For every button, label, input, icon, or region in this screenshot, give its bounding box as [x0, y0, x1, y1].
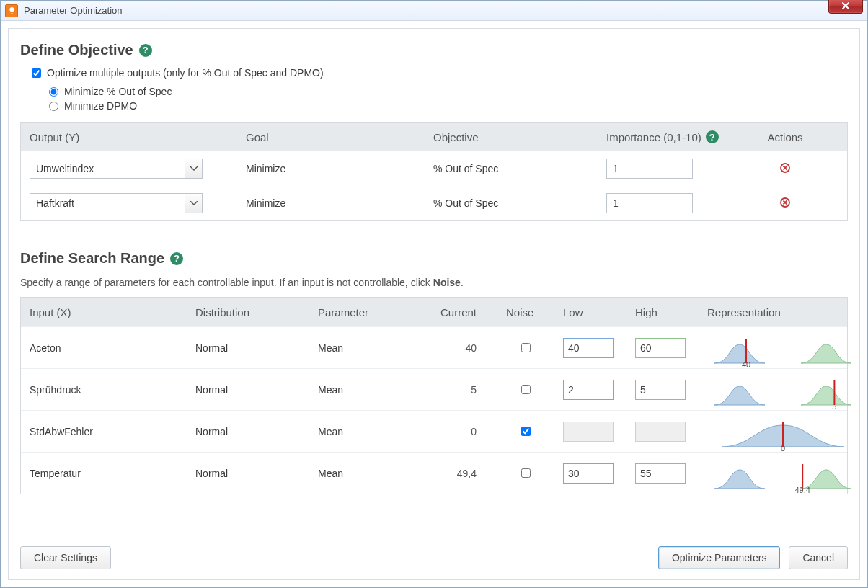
- define-objective-heading: Define Objective ?: [20, 42, 848, 58]
- cancel-button[interactable]: Cancel: [789, 546, 848, 569]
- delete-icon: [780, 163, 790, 173]
- search-range-row: StdAbwFehler Normal Mean 0 0: [21, 410, 847, 452]
- lightbulb-icon: [8, 6, 16, 14]
- search-range-header: Input (X) Distribution Parameter Current…: [21, 298, 847, 326]
- optimize-multiple-label[interactable]: Optimize multiple outputs (only for % Ou…: [47, 67, 324, 79]
- define-objective-heading-text: Define Objective: [20, 42, 133, 58]
- delete-icon: [780, 197, 790, 208]
- distribution-graphic: 40: [707, 334, 859, 368]
- window-close-button[interactable]: [828, 0, 863, 14]
- svg-text:0: 0: [781, 444, 785, 451]
- col-goal: Goal: [237, 127, 425, 148]
- minimize-dpmo-label[interactable]: Minimize DPMO: [64, 100, 137, 112]
- window-title: Parameter Optimization: [24, 5, 123, 16]
- low-input[interactable]: [563, 338, 614, 358]
- high-input[interactable]: [635, 463, 686, 484]
- clear-settings-button[interactable]: Clear Settings: [20, 546, 111, 569]
- current-cell: 5: [410, 380, 497, 400]
- low-input[interactable]: [563, 380, 614, 400]
- svg-text:40: 40: [742, 360, 750, 368]
- distribution-cell: Normal: [187, 338, 309, 358]
- importance-input[interactable]: [606, 159, 693, 179]
- objective-radio-group: Minimize % Out of Spec Minimize DPMO: [49, 83, 848, 115]
- svg-text:49,4: 49,4: [794, 486, 810, 493]
- objective-table: Output (Y) Goal Objective Importance (0,…: [20, 122, 848, 221]
- representation-cell: 0: [699, 414, 867, 450]
- low-input[interactable]: [563, 422, 614, 442]
- objective-row: Umweltindex Minimize % Out of Spec: [21, 151, 847, 186]
- parameter-cell: Mean: [309, 380, 410, 400]
- distribution-cell: Normal: [187, 463, 309, 484]
- svg-text:5: 5: [832, 402, 836, 409]
- dialog-content: Define Objective ? Optimize multiple out…: [8, 28, 860, 580]
- parameter-cell: Mean: [309, 338, 410, 358]
- search-range-row: Aceton Normal Mean 40 40: [21, 326, 847, 368]
- close-icon: [841, 1, 850, 10]
- col-parameter: Parameter: [309, 302, 410, 323]
- col-actions: Actions: [742, 127, 828, 148]
- app-icon: [5, 4, 18, 17]
- input-name-cell: Aceton: [21, 338, 187, 358]
- col-low: Low: [554, 302, 626, 323]
- output-dropdown[interactable]: Haftkraft: [30, 193, 203, 213]
- importance-input[interactable]: [606, 193, 693, 213]
- dialog-footer: Clear Settings Optimize Parameters Cance…: [20, 535, 848, 569]
- distribution-graphic: 49,4: [707, 460, 859, 493]
- parameter-cell: Mean: [309, 422, 410, 442]
- optimize-multiple-checkbox[interactable]: [32, 68, 41, 78]
- current-cell: 0: [410, 422, 497, 442]
- col-importance: Importance (0,1-10) ?: [598, 126, 742, 148]
- search-range-row: Sprühdruck Normal Mean 5 5: [21, 368, 847, 410]
- help-icon[interactable]: ?: [170, 252, 183, 265]
- objective-cell: % Out of Spec: [425, 193, 598, 213]
- chevron-down-icon: [185, 194, 202, 213]
- col-high: High: [626, 302, 699, 323]
- representation-cell: 40: [699, 330, 867, 366]
- low-input[interactable]: [563, 463, 614, 484]
- distribution-cell: Normal: [187, 380, 309, 400]
- noise-checkbox[interactable]: [521, 385, 531, 394]
- high-input[interactable]: [635, 422, 686, 442]
- output-dropdown[interactable]: Umweltindex: [30, 159, 203, 179]
- minimize-pct-out-radio[interactable]: [49, 87, 58, 97]
- objective-table-header: Output (Y) Goal Objective Importance (0,…: [21, 122, 847, 151]
- delete-row-button[interactable]: [742, 193, 828, 214]
- representation-cell: 49,4: [699, 455, 867, 491]
- objective-cell: % Out of Spec: [425, 159, 598, 179]
- output-dropdown-value: Umweltindex: [36, 163, 94, 174]
- representation-cell: 5: [699, 372, 867, 408]
- minimize-pct-out-label[interactable]: Minimize % Out of Spec: [64, 86, 172, 97]
- delete-row-button[interactable]: [742, 159, 828, 179]
- optimize-parameters-button[interactable]: Optimize Parameters: [658, 546, 780, 569]
- high-input[interactable]: [635, 380, 686, 400]
- optimize-multiple-row: Optimize multiple outputs (only for % Ou…: [32, 67, 848, 79]
- goal-cell: Minimize: [237, 159, 425, 179]
- high-input[interactable]: [635, 338, 686, 358]
- noise-checkbox[interactable]: [521, 343, 531, 352]
- define-search-range-heading-text: Define Search Range: [20, 250, 164, 267]
- define-search-range-heading: Define Search Range ?: [20, 250, 848, 267]
- col-current: Current: [410, 302, 497, 323]
- col-objective: Objective: [425, 127, 598, 148]
- help-icon[interactable]: ?: [706, 130, 719, 143]
- input-name-cell: Sprühdruck: [21, 380, 187, 400]
- col-input: Input (X): [21, 302, 187, 323]
- current-cell: 49,4: [410, 463, 497, 484]
- col-noise: Noise: [497, 302, 554, 323]
- search-range-table: Input (X) Distribution Parameter Current…: [20, 297, 848, 494]
- noise-checkbox[interactable]: [521, 468, 531, 478]
- titlebar: Parameter Optimization: [1, 1, 867, 21]
- col-representation: Representation: [699, 302, 847, 323]
- minimize-dpmo-radio[interactable]: [49, 102, 58, 111]
- col-distribution: Distribution: [187, 302, 309, 323]
- output-dropdown-value: Haftkraft: [36, 197, 74, 209]
- current-cell: 40: [410, 338, 497, 358]
- search-range-row: Temperatur Normal Mean 49,4 49,4: [21, 452, 847, 494]
- input-name-cell: StdAbwFehler: [21, 422, 187, 442]
- parameter-optimization-window: Parameter Optimization Define Objective …: [0, 0, 868, 588]
- chevron-down-icon: [185, 159, 202, 178]
- distribution-cell: Normal: [187, 422, 309, 442]
- col-output: Output (Y): [21, 127, 237, 148]
- noise-checkbox[interactable]: [521, 427, 531, 436]
- help-icon[interactable]: ?: [139, 44, 152, 57]
